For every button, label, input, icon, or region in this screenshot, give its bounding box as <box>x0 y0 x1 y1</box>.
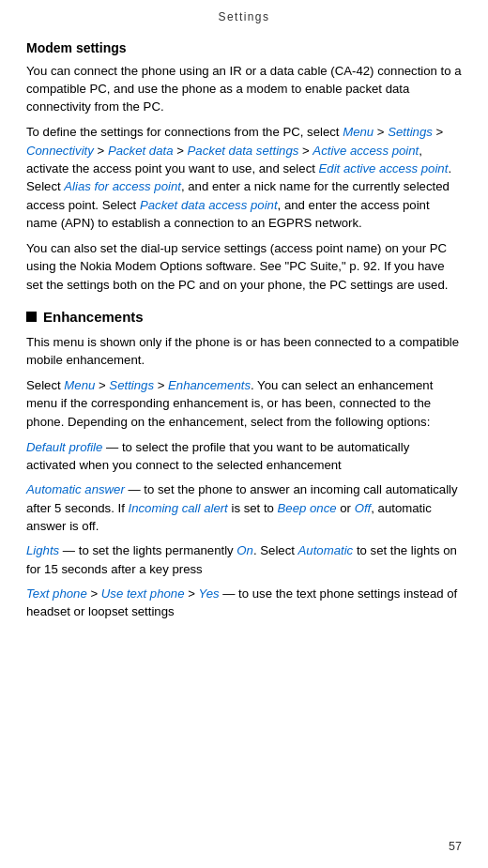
packet-data-link: Packet data <box>108 144 174 158</box>
option-automatic-answer: Automatic answer — to set the phone to a… <box>26 480 462 535</box>
packet-data-access-point-link: Packet data access point <box>140 198 278 212</box>
option-default-profile: Default profile — to select the profile … <box>26 438 462 475</box>
connectivity-link: Connectivity <box>26 144 94 158</box>
lights-link: Lights <box>26 543 59 557</box>
edit-active-access-point-link: Edit active access point <box>319 161 449 175</box>
automatic-answer-link: Automatic answer <box>26 482 125 496</box>
beep-once-link: Beep once <box>278 501 337 515</box>
enhancements-heading: Enhancements <box>26 307 462 327</box>
text-phone-link: Text phone <box>26 586 87 601</box>
automatic-link: Automatic <box>298 543 354 557</box>
modem-paragraph-1: You can connect the phone using an IR or… <box>26 62 462 116</box>
settings-link-2: Settings <box>109 378 154 392</box>
active-access-point-link: Active access point <box>313 144 419 158</box>
yes-link: Yes <box>199 586 220 601</box>
section-square-icon <box>26 312 37 322</box>
header-title: Settings <box>219 10 270 23</box>
modem-section-title: Modem settings <box>26 38 462 57</box>
packet-data-settings-link: Packet data settings <box>188 144 299 158</box>
off-link: Off <box>355 501 372 515</box>
option-lights: Lights — to set the lights permanently O… <box>26 541 462 578</box>
enhancements-link: Enhancements <box>168 378 251 392</box>
enhancements-select-instruction: Select Menu > Settings > Enhancements. Y… <box>26 376 462 431</box>
page: Settings Modem settings You can connect … <box>0 0 488 868</box>
menu-link-2: Menu <box>64 378 95 392</box>
menu-link: Menu <box>343 125 374 139</box>
use-text-phone-link: Use text phone <box>101 586 185 601</box>
main-content: Modem settings You can connect the phone… <box>0 31 488 646</box>
modem-paragraph-2: To define the settings for connections f… <box>26 123 462 232</box>
page-number: 57 <box>449 838 462 855</box>
modem-paragraph-3: You can also set the dial-up service set… <box>26 239 462 294</box>
alias-for-access-point-link: Alias for access point <box>64 179 181 193</box>
default-profile-link: Default profile <box>26 440 102 454</box>
settings-link: Settings <box>388 125 433 139</box>
enhancements-intro: This menu is shown only if the phone is … <box>26 333 462 370</box>
enhancements-heading-text: Enhancements <box>43 307 144 327</box>
option-text-phone: Text phone > Use text phone > Yes — to u… <box>26 585 462 621</box>
page-header: Settings <box>0 0 488 31</box>
incoming-call-alert-link: Incoming call alert <box>129 501 228 515</box>
on-link: On <box>236 543 253 557</box>
